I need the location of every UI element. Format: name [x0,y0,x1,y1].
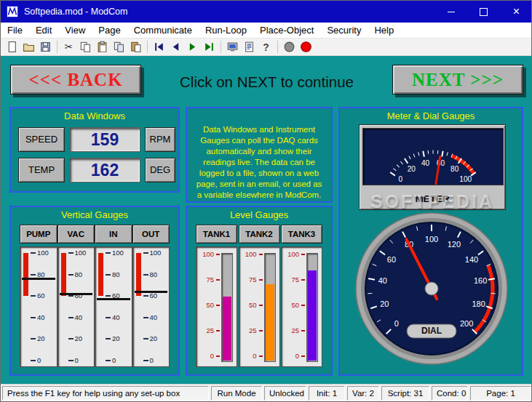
copy-page-button[interactable] [111,39,127,55]
tick-label: 20 [112,335,131,342]
save-icon [39,41,52,53]
status-segment-unlocked: Unlocked [264,386,306,401]
maximize-button[interactable] [467,1,500,23]
menu-run-loop[interactable]: Run-Loop [199,23,253,38]
meter-gauge[interactable]: 020406080100 METER [359,124,506,210]
toolbar-separator [57,41,57,53]
tick-label: 80 [150,271,169,278]
minimize-button[interactable] [434,1,467,23]
temp-display[interactable]: 162 [69,158,140,182]
fill-track [221,253,233,362]
menu-communicate[interactable]: Communicate [127,23,199,38]
menu-place-object[interactable]: Place-Object [253,23,320,38]
menu-edit[interactable]: Edit [29,23,58,38]
tick-mark [106,252,111,254]
fill-level [308,270,317,361]
back-button[interactable]: <<< BACK [10,65,141,95]
dial-gauge[interactable]: 020406080100120140160180200DIAL [353,210,510,367]
tick-label: 100 [37,249,56,257]
tick-label: 40 [75,314,94,321]
tick-label: 80 [112,271,131,278]
gauge-pointer[interactable] [22,278,55,280]
previous-icon [170,41,182,53]
vertical-gauge-track[interactable]: 100806040200 [132,246,170,367]
tick-label: 40 [150,314,169,321]
close-button[interactable]: × [500,1,532,23]
minimize-icon [448,12,455,12]
tick-label: 50 [240,302,257,309]
meter-svg: 020406080100 [362,128,504,185]
red-zone [23,253,28,296]
copy-button[interactable] [77,39,94,55]
tick-mark [216,279,220,281]
first-button[interactable] [151,39,167,55]
gauge-pointer[interactable] [97,298,130,300]
status-segment-var-2: Var: 2 [347,386,379,401]
tick-label: 100 [240,251,257,258]
gauge-label: TANK1 [196,225,237,244]
fill-level [223,297,231,361]
speed-display[interactable]: 159 [69,127,140,152]
save-button[interactable] [37,39,54,55]
tick-mark [68,338,74,339]
vertical-gauge-track[interactable]: 100806040200 [57,246,95,367]
next-button[interactable]: NEXT >>> [392,65,523,95]
tick-mark [259,330,263,331]
svg-text:20: 20 [408,165,416,173]
menu-security[interactable]: Security [320,23,368,38]
help-button[interactable]: ? [258,39,274,55]
app-window: Softpedia.mod - ModCom × FileEditViewPag… [0,0,532,402]
tick-mark [31,338,36,339]
level-gauge-track[interactable]: 1007550250 [196,246,237,367]
svg-text:DIAL: DIAL [421,326,442,336]
display-icon [226,41,239,53]
gauge-label: IN [95,225,132,244]
vertical-gauge-in: IN100806040200 [95,225,132,367]
last-button[interactable] [201,39,218,55]
menu-page[interactable]: Page [92,23,127,38]
stop-button[interactable] [281,39,298,55]
status-segment-run-mode: Run Mode [211,386,262,401]
tick-mark [301,330,305,331]
gauge-pointer[interactable] [60,293,93,295]
tick-mark [301,305,305,306]
level-gauge-tank3: TANK31007550250 [281,225,322,367]
level-gauge-tank1: TANK11007550250 [196,225,237,367]
vertical-gauge-pump: PUMP100806040200 [20,225,57,367]
vertical-gauges-title: Vertical Gauges [11,209,178,220]
tick-label: 100 [282,251,299,258]
vertical-gauge-track[interactable]: 100806040200 [20,246,57,367]
paste-button[interactable] [94,39,111,55]
tick-mark [301,355,305,357]
record-button[interactable] [298,39,314,55]
menu-bar: FileEditViewPageCommunicateRun-LoopPlace… [1,23,532,39]
tick-mark [216,254,220,255]
gauge-pointer[interactable] [135,291,168,293]
maximize-icon [480,8,488,16]
main-area: Click on NEXT to continue <<< BACK NEXT … [1,56,532,384]
level-gauge-track[interactable]: 1007550250 [239,246,280,367]
red-zone [98,253,103,296]
new-button[interactable] [4,39,20,55]
red-zone [136,253,141,296]
speed-row: SPEED 159 RPM [11,127,178,152]
status-segment-page-1: Page: 1 [470,386,531,401]
tick-label: 0 [282,353,299,360]
open-button[interactable] [20,39,37,55]
vertical-gauge-track[interactable]: 100806040200 [95,246,132,367]
tick-mark [31,295,36,297]
cut-button[interactable]: ✂ [60,39,77,55]
tick-label: 60 [37,292,56,300]
tick-mark [301,279,305,281]
previous-button[interactable] [167,39,184,55]
paste-page-button[interactable] [127,39,144,55]
cut-icon: ✂ [63,41,75,53]
display-button[interactable] [224,39,241,55]
report-button[interactable] [241,39,258,55]
next-button[interactable] [184,39,201,55]
menu-view[interactable]: View [58,23,92,38]
level-gauge-track[interactable]: 1007550250 [281,246,322,367]
menu-help[interactable]: Help [368,23,400,38]
menu-file[interactable]: File [1,23,29,38]
svg-text:80: 80 [450,165,459,173]
